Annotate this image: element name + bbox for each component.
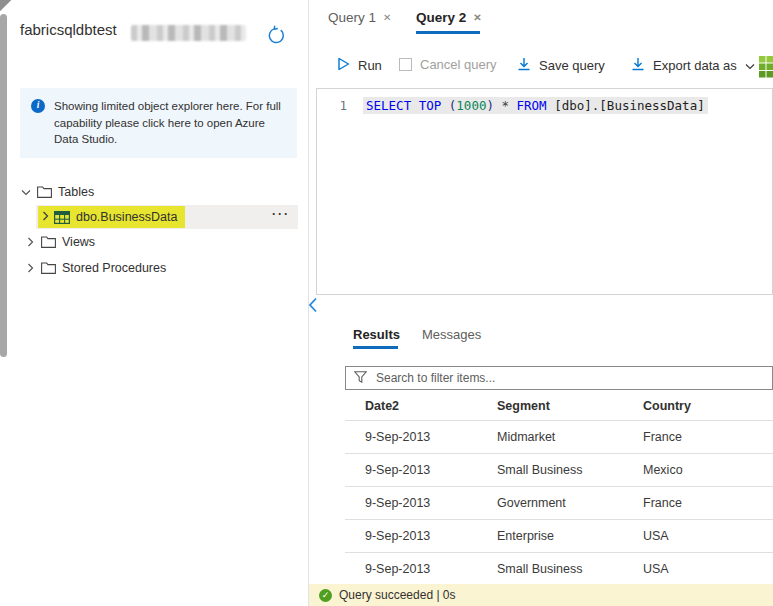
info-banner[interactable]: i Showing limited object explorer here. …	[20, 88, 297, 158]
tree-item-stored-procedures[interactable]: Stored Procedures	[8, 256, 300, 280]
table-row[interactable]: 9-Sep-2013 Small Business Mexico	[345, 454, 773, 487]
active-tab-indicator	[353, 346, 398, 349]
tab-results[interactable]: Results	[353, 327, 400, 342]
cell-country: USA	[643, 562, 773, 576]
tree-item-tables[interactable]: Tables	[8, 180, 300, 204]
table-icon	[54, 211, 70, 224]
info-banner-text: Showing limited object explorer here. Fo…	[54, 98, 287, 148]
cell-date: 9-Sep-2013	[365, 430, 497, 444]
sql-keyword: FROM	[517, 98, 547, 113]
tab-label: Query 2	[416, 10, 466, 25]
download-icon	[631, 57, 645, 74]
cell-segment: Midmarket	[497, 430, 643, 444]
folder-icon	[41, 262, 56, 274]
chevron-down-icon[interactable]	[20, 189, 32, 196]
cell-country: France	[643, 496, 773, 510]
open-in-excel-grid-icon[interactable]	[759, 56, 773, 83]
cell-country: Mexico	[643, 463, 773, 477]
play-icon	[337, 57, 350, 74]
cell-date: 9-Sep-2013	[365, 496, 497, 510]
info-icon: i	[31, 99, 45, 113]
cell-date: 9-Sep-2013	[365, 529, 497, 543]
table-row[interactable]: 9-Sep-2013 Midmarket France	[345, 421, 773, 454]
column-header[interactable]: Segment	[497, 399, 643, 413]
refresh-icon	[266, 25, 287, 50]
cell-date: 9-Sep-2013	[365, 463, 497, 477]
search-input[interactable]	[374, 370, 764, 386]
tree-item-label: dbo.BusinessData	[76, 210, 177, 224]
run-button[interactable]: Run	[337, 57, 382, 74]
tree-item-label: Views	[62, 235, 95, 249]
save-query-button[interactable]: Save query	[517, 57, 605, 74]
stop-icon	[399, 58, 412, 71]
sql-editor[interactable]: 1 SELECT TOP (1000) * FROM [dbo].[Busine…	[316, 88, 773, 295]
results-table: Date2 Segment Country 9-Sep-2013 Midmark…	[345, 392, 773, 586]
cell-country: USA	[643, 529, 773, 543]
vertical-scrollbar[interactable]	[0, 14, 7, 357]
chevron-right-icon[interactable]	[24, 263, 36, 273]
tab-query-2[interactable]: Query 2 ✕	[416, 10, 482, 25]
sql-identifier: [dbo].[BusinessData]	[547, 98, 705, 113]
export-label: Export data as	[653, 58, 737, 73]
table-row[interactable]: 9-Sep-2013 Government France	[345, 487, 773, 520]
cell-date: 9-Sep-2013	[365, 562, 497, 576]
active-tab-indicator	[416, 31, 480, 34]
column-header[interactable]: Date2	[365, 399, 497, 413]
cell-country: France	[643, 430, 773, 444]
tree-item-business-data[interactable]: dbo.BusinessData ···	[8, 204, 300, 230]
folder-icon	[41, 236, 56, 248]
more-actions-button[interactable]: ···	[272, 207, 290, 221]
save-label: Save query	[539, 58, 605, 73]
database-title: fabricsqldbtest	[20, 21, 117, 38]
object-explorer-tree: Tables dbo.BusinessData	[8, 180, 300, 280]
panel-corner-shape	[0, 0, 11, 11]
tab-messages[interactable]: Messages	[422, 327, 481, 342]
sql-paren: )	[486, 98, 494, 113]
cancel-query-button[interactable]: Cancel query	[399, 57, 497, 72]
close-icon[interactable]: ✕	[383, 12, 391, 23]
tab-query-1[interactable]: Query 1 ✕	[328, 10, 391, 25]
highlight-marker: dbo.BusinessData	[38, 206, 185, 228]
download-icon	[517, 57, 531, 74]
status-bar: ✓ Query succeeded | 0s	[309, 584, 773, 606]
filter-search-box[interactable]	[345, 366, 773, 390]
table-row[interactable]: 9-Sep-2013 Small Business USA	[345, 553, 773, 586]
filter-icon	[354, 369, 367, 387]
folder-icon	[37, 186, 52, 198]
tab-label: Query 1	[328, 10, 376, 25]
sql-code-line[interactable]: SELECT TOP (1000) * FROM [dbo].[Business…	[363, 97, 708, 114]
close-icon[interactable]: ✕	[473, 12, 481, 23]
cell-segment: Small Business	[497, 463, 643, 477]
collapse-sidebar-button[interactable]	[308, 296, 322, 314]
tree-item-label: Stored Procedures	[62, 261, 166, 275]
run-label: Run	[358, 58, 382, 73]
refresh-button[interactable]	[264, 25, 288, 49]
chevron-right-icon[interactable]	[24, 237, 36, 247]
sql-operator: *	[494, 98, 517, 113]
line-number: 1	[317, 98, 347, 113]
cancel-label: Cancel query	[420, 57, 497, 72]
chevron-down-icon	[745, 58, 755, 73]
redacted-text	[131, 25, 246, 41]
column-header[interactable]: Country	[643, 399, 773, 413]
chevron-right-icon[interactable]	[42, 210, 49, 224]
sql-number: 1000	[456, 98, 486, 113]
sql-keyword: SELECT TOP	[366, 98, 449, 113]
success-check-icon: ✓	[319, 589, 332, 602]
query-editor-window: fabricsqldbtest i Showing limited object…	[0, 0, 773, 606]
table-header-row: Date2 Segment Country	[345, 392, 773, 421]
table-row[interactable]: 9-Sep-2013 Enterprise USA	[345, 520, 773, 553]
export-data-button[interactable]: Export data as	[631, 57, 755, 74]
cell-segment: Government	[497, 496, 643, 510]
tree-item-label: Tables	[58, 185, 94, 199]
cell-segment: Enterprise	[497, 529, 643, 543]
cell-segment: Small Business	[497, 562, 643, 576]
tree-item-views[interactable]: Views	[8, 230, 300, 254]
status-text: Query succeeded | 0s	[339, 588, 456, 602]
